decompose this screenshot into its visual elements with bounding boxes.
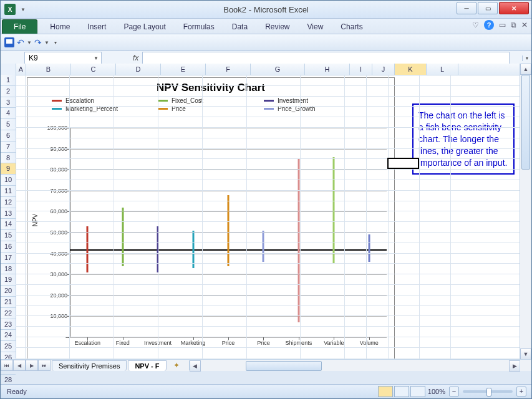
tab-home[interactable]: Home bbox=[41, 20, 79, 34]
scroll-down-icon[interactable]: ▼ bbox=[520, 349, 531, 360]
cell-grid[interactable]: NPV Sensitivity Chart EscalationFixed_Co… bbox=[16, 75, 520, 360]
sheet-first-icon[interactable]: ⏮ bbox=[1, 360, 13, 371]
page-layout-view-button[interactable] bbox=[394, 386, 409, 397]
row-header-2[interactable]: 2 bbox=[1, 86, 16, 97]
column-headers[interactable]: ABCDEFGHIJKL bbox=[1, 64, 520, 75]
row-header-25[interactable]: 25 bbox=[1, 341, 16, 352]
tab-formulas[interactable]: Formulas bbox=[175, 20, 223, 34]
favorite-icon[interactable]: ♡ bbox=[472, 21, 479, 29]
row-header-6[interactable]: 6 bbox=[1, 130, 16, 142]
vscroll-thumb[interactable] bbox=[521, 75, 530, 170]
horizontal-scrollbar[interactable]: ◀ ▶ bbox=[189, 360, 520, 370]
ytick-label: 50,000 bbox=[50, 229, 70, 236]
vertical-scrollbar[interactable]: ▲ ▼ bbox=[520, 64, 531, 360]
sheet-tab[interactable]: NPV - F bbox=[128, 360, 166, 371]
row-header-10[interactable]: 10 bbox=[1, 175, 16, 186]
col-header-A[interactable]: A bbox=[16, 64, 26, 75]
formula-expand-icon[interactable]: ▾ bbox=[522, 55, 531, 61]
hscroll-thumb[interactable] bbox=[246, 361, 322, 371]
row-header-1[interactable]: 1 bbox=[1, 75, 16, 86]
row-header-11[interactable]: 11 bbox=[1, 186, 16, 197]
tab-view[interactable]: View bbox=[299, 20, 332, 34]
col-header-G[interactable]: G bbox=[251, 64, 305, 75]
close-workbook-icon[interactable]: ✕ bbox=[521, 21, 528, 29]
row-header-20[interactable]: 20 bbox=[1, 286, 16, 297]
row-header-18[interactable]: 18 bbox=[1, 264, 16, 275]
col-header-B[interactable]: B bbox=[26, 64, 71, 75]
zoom-slider[interactable] bbox=[463, 390, 513, 393]
tab-review[interactable]: Review bbox=[256, 20, 298, 34]
series-line bbox=[87, 226, 89, 272]
qat-dropdown-icon[interactable]: ▼ bbox=[21, 7, 26, 12]
row-header-9[interactable]: 9 bbox=[1, 163, 16, 175]
minimize-ribbon-icon[interactable]: ▭ bbox=[499, 21, 506, 29]
row-header-4[interactable]: 4 bbox=[1, 108, 16, 119]
close-button[interactable]: ✕ bbox=[499, 2, 529, 14]
resize-grip[interactable] bbox=[520, 359, 531, 371]
row-headers[interactable]: 1234567891011121314151617181920212223242… bbox=[1, 75, 16, 371]
selected-cell[interactable] bbox=[387, 158, 419, 169]
formula-input[interactable] bbox=[142, 52, 510, 64]
scroll-left-icon[interactable]: ◀ bbox=[190, 360, 201, 372]
row-header-15[interactable]: 15 bbox=[1, 230, 16, 241]
row-header-16[interactable]: 16 bbox=[1, 241, 16, 252]
col-header-K[interactable]: K bbox=[395, 64, 427, 75]
zoom-percent[interactable]: 100% bbox=[418, 388, 445, 395]
scroll-up-icon[interactable]: ▲ bbox=[520, 64, 531, 75]
tab-charts[interactable]: Charts bbox=[332, 20, 371, 34]
normal-view-button[interactable] bbox=[378, 386, 393, 397]
col-header-F[interactable]: F bbox=[206, 64, 251, 75]
chart-legend: EscalationFixed_CostInvestmentMarketing_… bbox=[27, 97, 394, 113]
ytick-label: 100,000 bbox=[47, 125, 70, 131]
row-header-12[interactable]: 12 bbox=[1, 197, 16, 208]
name-box-dropdown-icon[interactable]: ▼ bbox=[94, 55, 99, 61]
sheet-last-icon[interactable]: ⏭ bbox=[38, 360, 51, 371]
col-header-H[interactable]: H bbox=[305, 64, 350, 75]
row-header-17[interactable]: 17 bbox=[1, 252, 16, 264]
col-header-J[interactable]: J bbox=[372, 64, 395, 75]
tab-page-layout[interactable]: Page Layout bbox=[115, 20, 174, 34]
row-header-24[interactable]: 24 bbox=[1, 330, 16, 341]
fx-icon[interactable]: fx bbox=[133, 54, 138, 62]
explanation-textbox[interactable]: The chart on the left is a fish bone sen… bbox=[412, 103, 515, 175]
help-icon[interactable]: ? bbox=[484, 20, 494, 30]
row-header-21[interactable]: 21 bbox=[1, 297, 16, 308]
sheet-next-icon[interactable]: ▶ bbox=[26, 360, 38, 371]
scroll-right-icon[interactable]: ▶ bbox=[509, 360, 520, 372]
sheet-tab[interactable]: Sensitivity Premises bbox=[52, 360, 127, 371]
row-header-14[interactable]: 14 bbox=[1, 219, 16, 230]
window-title: Book2 - Microsoft Excel bbox=[1, 5, 531, 14]
tab-insert[interactable]: Insert bbox=[79, 20, 115, 34]
row-header-13[interactable]: 13 bbox=[1, 208, 16, 219]
col-header-L[interactable]: L bbox=[427, 64, 458, 75]
row-header-5[interactable]: 5 bbox=[1, 119, 16, 130]
zoom-out-button[interactable]: − bbox=[449, 387, 459, 397]
row-header-22[interactable]: 22 bbox=[1, 308, 16, 319]
new-sheet-icon[interactable]: ✦ bbox=[170, 361, 183, 370]
sheet-prev-icon[interactable]: ◀ bbox=[13, 360, 26, 371]
name-box[interactable]: K9 ▼ bbox=[24, 52, 102, 64]
row-header-7[interactable]: 7 bbox=[1, 142, 16, 153]
select-all-corner[interactable] bbox=[1, 64, 16, 75]
save-icon[interactable] bbox=[4, 37, 14, 47]
col-header-C[interactable]: C bbox=[71, 64, 116, 75]
redo-icon[interactable]: ↷ bbox=[34, 37, 42, 47]
zoom-in-button[interactable]: + bbox=[516, 387, 526, 397]
row-header-3[interactable]: 3 bbox=[1, 97, 16, 108]
restore-window-icon[interactable]: ⧉ bbox=[511, 21, 516, 29]
row-header-8[interactable]: 8 bbox=[1, 153, 16, 164]
maximize-button[interactable]: ▭ bbox=[478, 2, 498, 14]
xtick-label: Variable bbox=[324, 337, 344, 346]
zoom-knob[interactable] bbox=[486, 388, 491, 397]
minimize-button[interactable]: ─ bbox=[457, 2, 476, 14]
file-tab[interactable]: File bbox=[2, 19, 37, 34]
col-header-I[interactable]: I bbox=[350, 64, 372, 75]
undo-icon[interactable]: ↶ bbox=[17, 37, 24, 47]
col-header-E[interactable]: E bbox=[161, 64, 206, 75]
tab-data[interactable]: Data bbox=[223, 20, 256, 34]
ytick-label: 70,000 bbox=[50, 188, 70, 194]
sensitivity-chart[interactable]: NPV Sensitivity Chart EscalationFixed_Co… bbox=[27, 77, 395, 360]
row-header-19[interactable]: 19 bbox=[1, 274, 16, 286]
row-header-23[interactable]: 23 bbox=[1, 319, 16, 330]
col-header-D[interactable]: D bbox=[116, 64, 161, 75]
